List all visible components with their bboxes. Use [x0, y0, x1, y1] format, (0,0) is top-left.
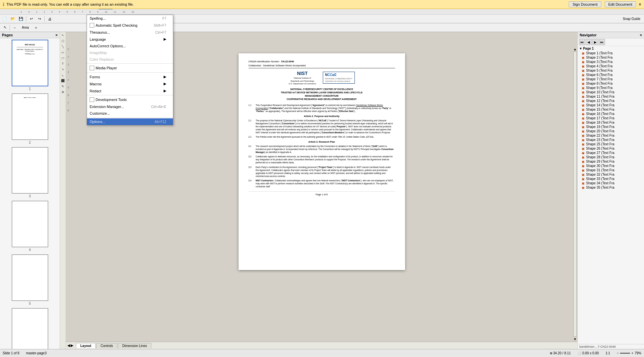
nav-prev[interactable]: ◀ [586, 39, 592, 45]
nav-shape-item[interactable]: ▣ Shape 35 (Text Fra [578, 185, 644, 190]
tool-zoom-in[interactable]: + [32, 24, 40, 31]
pages-list: NIST NCCoE NATIONAL CYBERSECURITY CENTER… [0, 38, 60, 349]
tool-zoom-out[interactable]: − [11, 24, 18, 31]
options-label: Options... [90, 120, 105, 124]
nav-shape-item[interactable]: ▣ Shape 19 (Text Fra [578, 125, 644, 129]
tool-rotate[interactable]: ↻ [60, 84, 66, 89]
menu-customize[interactable]: Customize... [87, 110, 173, 117]
zoom-in-icon[interactable]: + [631, 351, 633, 355]
navigator-close[interactable]: × [640, 33, 642, 37]
nav-shape-item[interactable]: ▣ Shape 4 (Text Fra [578, 64, 644, 68]
tab-layout[interactable]: Layout [76, 343, 96, 348]
nav-shape-item[interactable]: ▣ Shape 5 (Text Fra [578, 68, 644, 73]
nav-shape-item[interactable]: ▣ Shape 6 (Text Fra [578, 73, 644, 77]
page-thumb-5[interactable]: 5 [1, 254, 58, 305]
navigator-bottom-status: Sandelman-...T-CN22-0049 [578, 344, 644, 349]
menu-forms[interactable]: Forms ▶ [87, 73, 173, 80]
vertical-ruler: 012345678 [66, 47, 71, 342]
nav-shape-item[interactable]: ▣ Shape 26 (Text Fra [578, 146, 644, 151]
nav-shape-item[interactable]: ▣ Shape 31 (Text Fra [578, 168, 644, 172]
nav-shape-item[interactable]: ▣ Shape 18 (Text Fra [578, 120, 644, 125]
tool-node[interactable]: ⬡ [60, 38, 66, 44]
nav-shape-item[interactable]: ▣ Shape 11 (Text Fra [578, 94, 644, 99]
menu-auto-spell[interactable]: Automatic Spell Checking Shift+F7 [87, 22, 173, 29]
tab-next[interactable]: ▶ [71, 343, 73, 348]
page-thumb-1[interactable]: NIST NCCoE NATIONAL CYBERSECURITY CENTER… [1, 40, 58, 91]
tab-prev[interactable]: ◀ [67, 343, 70, 348]
macros-label: Macros [90, 82, 102, 86]
nav-shape-item[interactable]: ▣ Shape 15 (Text Fra [578, 107, 644, 112]
nav-first[interactable]: ⏮ [579, 39, 585, 45]
page-thumb-3[interactable]: 3 [1, 147, 58, 198]
nav-shape-item[interactable]: ▣ Shape 7 (Text Fra [578, 77, 644, 81]
menu-thesaurus[interactable]: Thesaurus... Ctrl+F7 [87, 29, 173, 36]
zoom-field[interactable]: Area [19, 24, 32, 31]
nav-shape-item[interactable]: ▣ Shape 22 (Text Fra [578, 133, 644, 138]
nav-shape-item[interactable]: ▣ Shape 20 (Text Fra [578, 129, 644, 133]
nav-shape-item[interactable]: ▣ Shape 23 (Text Fra [578, 138, 644, 142]
nav-shape-item[interactable]: ▣ Shape 10 (Text Fra [578, 90, 644, 94]
tool-line[interactable]: ╲ [60, 44, 66, 49]
redo-btn[interactable]: ↪ [36, 15, 43, 23]
tool-ellipse[interactable]: ⬭ [60, 55, 66, 61]
tool-zoom[interactable]: ⊕ [60, 89, 66, 95]
zoom-slider[interactable]: ━━━━━ [620, 351, 630, 355]
menu-macros[interactable]: Macros ▶ [87, 80, 173, 87]
menu-redact[interactable]: Redact ▶ [87, 87, 173, 94]
language-arrow: ▶ [164, 37, 166, 41]
menu-language[interactable]: Language ▶ [87, 36, 173, 43]
nav-shape-item[interactable]: ▣ Shape 30 (Text Fra [578, 164, 644, 168]
nav-shape-item[interactable]: ▣ Shape 27 (Text Fra [578, 151, 644, 155]
menu-autocorrect[interactable]: AutoCorrect Options... [87, 43, 173, 49]
nav-shape-item[interactable]: ▣ Shape 28 (Text Fra [578, 155, 644, 159]
nav-shape-item[interactable]: ▣ Shape 1 (Text Fra [578, 51, 644, 55]
menu-options[interactable]: Options... Alt+F12 [87, 118, 173, 125]
doc-para-1-1: 1.1 This Cooperative Research and Develo… [249, 104, 395, 113]
nccoe-logo: NCCoE NATIONAL CYBERSECURITY CENTER OF E… [323, 72, 355, 84]
page-thumb-2[interactable]: Article 4 text content 2 [1, 93, 58, 144]
nav-next[interactable]: ▶ [592, 39, 598, 45]
tool-arrow[interactable]: ↖ [60, 33, 66, 38]
menu-extension-manager[interactable]: Extension Manager... Ctrl+Alt+E [87, 103, 173, 110]
tab-controls[interactable]: Controls [96, 343, 117, 348]
page-thumb-6[interactable]: 6 [1, 308, 58, 349]
tool-rect[interactable]: ▭ [60, 50, 66, 55]
tool-text[interactable]: T [60, 61, 66, 66]
nav-shape-item[interactable]: ▣ Shape 14 (Text Fra [578, 103, 644, 107]
menu-spelling[interactable]: Spelling... F7 [87, 15, 173, 22]
menu-media-player[interactable]: Media Player [87, 64, 173, 72]
print-btn[interactable]: 🖨 [46, 15, 53, 23]
nav-shape-item[interactable]: ▣ Shape 16 (Text Fra [578, 112, 644, 116]
nav-shape-item[interactable]: ▣ Shape 8 (Text Fra [578, 81, 644, 86]
nav-shape-item[interactable]: ▣ Shape 9 (Text Fra [578, 86, 644, 90]
tool-select[interactable]: ↖ [1, 24, 9, 31]
nav-shape-item[interactable]: ▣ Shape 2 (Text Fra [578, 55, 644, 60]
undo-btn[interactable]: ↩ [28, 15, 35, 23]
tool-3d[interactable]: ⬛ [60, 78, 66, 83]
open-btn[interactable]: 📂 [9, 15, 17, 23]
nav-shape-item[interactable]: ▣ Shape 29 (Text Fra [578, 159, 644, 164]
nav-shape-item[interactable]: ▣ Shape 34 (Text Fra [578, 181, 644, 185]
tool-connector[interactable]: ┐ [60, 72, 66, 78]
pages-panel-close[interactable]: × [56, 33, 58, 37]
snap-guide-btn[interactable]: Snap Guide [620, 15, 643, 23]
zoom-level: 79% [635, 351, 641, 355]
nav-shape-item[interactable]: ▣ Shape 25 (Text Fra [578, 142, 644, 146]
nav-expand-icon[interactable]: ▼ [579, 47, 582, 50]
page-thumb-4[interactable]: 4 [1, 201, 58, 252]
zoom-controls[interactable]: − ━━━━━ + 79% [617, 351, 641, 355]
zoom-out-icon[interactable]: − [617, 351, 619, 355]
menu-dev-tools[interactable]: Development Tools [87, 96, 173, 103]
nav-shape-item[interactable]: ▣ Shape 3 (Text Fra [578, 60, 644, 64]
nav-shape-item[interactable]: ▣ Shape 32 (Text Fra [578, 172, 644, 177]
nav-last[interactable]: ⏭ [599, 39, 605, 45]
vertical-scrollbar[interactable]: ▲ ▼ [573, 47, 577, 342]
tab-dimension-lines[interactable]: Dimension Lines [118, 343, 151, 348]
nav-shape-item[interactable]: ▣ Shape 17 (Text Fra [578, 116, 644, 120]
nav-shape-item[interactable]: ▣ Shape 33 (Text Fra [578, 177, 644, 181]
new-btn[interactable]: 📄 [1, 15, 9, 23]
nav-shape-item[interactable]: ▣ Shape 12 (Text Fra [578, 99, 644, 103]
doc-page-footer: Page 1 of 8 [249, 191, 395, 196]
tool-bezier[interactable]: ∿ [60, 67, 66, 72]
save-btn[interactable]: 💾 [17, 15, 25, 23]
